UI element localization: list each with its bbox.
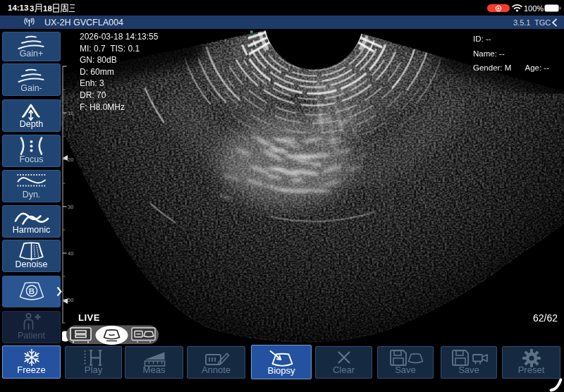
svg-text:30: 30 xyxy=(68,204,73,210)
svg-text:50: 50 xyxy=(68,297,73,303)
svg-text:10: 10 xyxy=(68,110,73,116)
svg-text:B: B xyxy=(29,287,35,295)
svg-text:40: 40 xyxy=(68,250,73,257)
svg-text:20: 20 xyxy=(68,157,73,163)
svg-text:3: 3 xyxy=(30,4,34,12)
svg-text:18: 18 xyxy=(43,4,52,12)
